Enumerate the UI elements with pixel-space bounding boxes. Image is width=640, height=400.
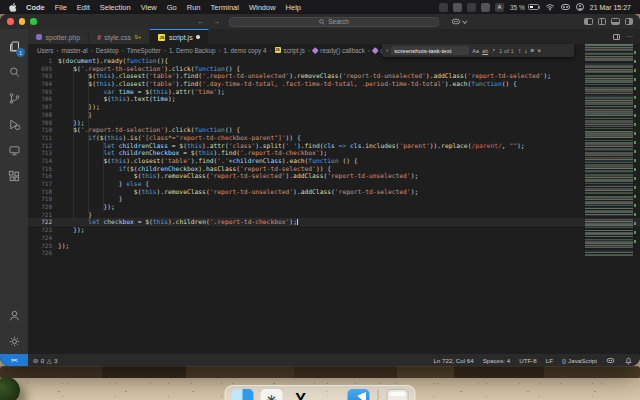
code-line[interactable]: 708 } [28, 111, 640, 119]
code-line[interactable]: 704 $(this).closest('table').find('.day-… [28, 80, 640, 88]
minimize-window-button[interactable] [19, 18, 26, 25]
line-number[interactable]: 713 [28, 149, 58, 157]
line-number[interactable]: 706 [28, 95, 58, 103]
code-line[interactable]: 706 $(this).text(time); [28, 95, 640, 103]
line-number[interactable]: 717 [28, 180, 58, 188]
code-line[interactable]: 725}); [28, 242, 640, 250]
line-number[interactable]: 703 [28, 72, 58, 80]
line-number[interactable]: 714 [28, 157, 58, 165]
dock-icon-trash[interactable] [387, 389, 409, 400]
menubar-app-icon-5[interactable]: A [495, 3, 504, 12]
dock-icon-duckduckgo[interactable] [319, 389, 341, 400]
menubar-app-icon-4[interactable] [481, 3, 490, 12]
previous-match-button[interactable]: ↑ [518, 47, 521, 54]
line-number[interactable]: 716 [28, 172, 58, 180]
code-line[interactable]: 707 }); [28, 103, 640, 111]
dock-icon-yandex-browser[interactable]: Y [290, 389, 312, 400]
control-center-icon[interactable] [561, 4, 570, 10]
code-line[interactable]: 726 [28, 249, 640, 257]
split-editor-icon[interactable] [613, 34, 620, 40]
window-title-bar[interactable]: ← → Search [0, 14, 640, 29]
code-line[interactable]: 722 let checkbox = $(this).children('.re… [28, 218, 640, 226]
menu-go[interactable]: Go [167, 3, 177, 12]
line-number[interactable]: 719 [28, 195, 58, 203]
code-editor[interactable]: 1$(document).ready(function(){695 $('.re… [28, 56, 640, 354]
indentation[interactable]: Spaces: 4 [483, 357, 511, 364]
breadcrumb-item[interactable]: 1. demo copy 4 [223, 47, 266, 54]
line-number[interactable]: 704 [28, 80, 58, 88]
menu-help[interactable]: Help [286, 3, 301, 12]
menu-view[interactable]: View [141, 3, 157, 12]
line-number[interactable]: 709 [28, 119, 58, 127]
regex-toggle[interactable]: .* [491, 48, 495, 54]
breadcrumb-item[interactable]: 1. Demo Backup [169, 47, 216, 54]
code-line[interactable]: 1$(document).ready(function(){ [28, 57, 640, 65]
line-number[interactable]: 695 [28, 65, 58, 73]
code-line[interactable]: 723 }); [28, 226, 640, 234]
code-line[interactable]: 714 $(this).closest('table').find('.'+ch… [28, 157, 640, 165]
line-number[interactable]: 726 [28, 249, 58, 257]
menubar-app-icon-1[interactable] [439, 3, 448, 12]
breadcrumb-item[interactable]: Desktop [96, 47, 119, 54]
find-in-selection-button[interactable]: ≡ [530, 47, 534, 54]
code-line[interactable]: 712 let childrenClass = $(this).attr('cl… [28, 142, 640, 150]
next-match-button[interactable]: ↓ [524, 47, 527, 54]
toggle-sidebar-button[interactable] [584, 18, 593, 25]
wifi-icon[interactable] [545, 3, 555, 11]
menubar-clock[interactable]: 21 Mar 15:27 [590, 4, 631, 11]
toggle-replace-chevron-icon[interactable]: › [386, 47, 388, 54]
menu-file[interactable]: File [55, 3, 67, 12]
code-line[interactable]: 710 $('.report-td-selection').click(func… [28, 126, 640, 134]
notifications-bell-icon[interactable] [624, 356, 633, 365]
find-input[interactable]: screenshots-task-text [391, 46, 469, 55]
line-number[interactable]: 720 [28, 203, 58, 211]
back-button[interactable]: ← [197, 17, 205, 26]
breadcrumb-item[interactable]: script.js [284, 47, 305, 54]
accounts-icon[interactable] [2, 302, 26, 328]
line-number[interactable]: 712 [28, 142, 58, 150]
line-number[interactable]: 723 [28, 226, 58, 234]
line-number[interactable]: 708 [28, 111, 58, 119]
tab-style.css[interactable]: #style.css9+ [89, 29, 150, 44]
code-line[interactable]: 713 let childrenCheckbox = $(this).find(… [28, 149, 640, 157]
toggle-bottom-panel-button[interactable] [611, 18, 620, 25]
search-sidebar-icon[interactable] [2, 59, 26, 85]
breadcrumb-item[interactable]: TimeSpotter [127, 47, 161, 54]
line-number[interactable]: 718 [28, 188, 58, 196]
breadcrumb-item[interactable]: Users [37, 47, 53, 54]
line-number[interactable]: 710 [28, 126, 58, 134]
forward-button[interactable]: → [212, 17, 220, 26]
line-number[interactable]: 722 [28, 218, 58, 226]
code-line[interactable]: 716 $(this).removeClass('report-td-selec… [28, 172, 640, 180]
code-line[interactable]: 715 if($(childrenCheckbox).hasClass('rep… [28, 165, 640, 173]
extensions-icon[interactable] [2, 163, 26, 189]
code-line[interactable]: 711 if($(this).is('[class*="report-td-ch… [28, 134, 640, 142]
battery-indicator[interactable]: 35 % [510, 4, 539, 11]
remote-indicator[interactable]: >< [0, 354, 28, 366]
run-debug-icon[interactable] [2, 111, 26, 137]
match-case-toggle[interactable]: Aa [472, 48, 479, 54]
line-number[interactable]: 721 [28, 211, 58, 219]
explorer-icon[interactable]: 1 [2, 33, 26, 59]
command-center-search[interactable]: Search [229, 17, 439, 27]
minimap[interactable] [585, 44, 633, 256]
settings-gear-icon[interactable] [2, 328, 26, 354]
code-line[interactable]: 695 $('.report-th-selection').click(func… [28, 65, 640, 73]
line-number[interactable]: 707 [28, 103, 58, 111]
menu-run[interactable]: Run [187, 3, 201, 12]
close-find-button[interactable]: × [537, 47, 541, 54]
line-number[interactable]: 725 [28, 242, 58, 250]
toggle-panel-button[interactable] [598, 18, 607, 25]
menu-terminal[interactable]: Terminal [211, 3, 239, 12]
apple-icon[interactable] [9, 3, 17, 12]
remote-explorer-icon[interactable] [2, 137, 26, 163]
menu-edit[interactable]: Edit [77, 3, 90, 12]
user-account-icon[interactable] [576, 3, 584, 11]
encoding[interactable]: UTF-8 [519, 357, 537, 364]
dock-icon-chatgpt[interactable]: ✳ [261, 389, 283, 400]
cursor-position[interactable]: Ln 722, Col 64 [433, 357, 473, 364]
close-window-button[interactable] [7, 18, 14, 25]
more-actions-icon[interactable]: ⋯ [626, 34, 633, 40]
code-line[interactable]: 720 }); [28, 203, 640, 211]
dock-icon-finder[interactable] [232, 389, 254, 400]
